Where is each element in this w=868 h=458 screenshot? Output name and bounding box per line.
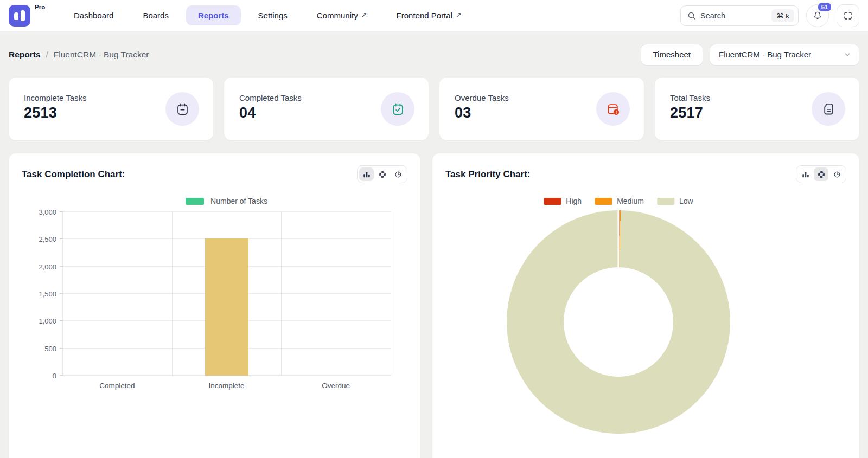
task-priority-chart-card: Task Priority Chart: (432, 153, 859, 458)
breadcrumb-root[interactable]: Reports (9, 50, 41, 60)
nav-item-settings[interactable]: Settings (246, 5, 299, 25)
bar-chart-plot: 05001,0001,5002,0002,5003,000CompletedIn… (62, 212, 391, 376)
legend-item-high[interactable]: High (544, 197, 582, 205)
bar-chart-icon (363, 171, 371, 178)
donut-chart-view-button[interactable] (814, 167, 828, 181)
priority-donut-chart (507, 210, 730, 434)
keyboard-shortcut-chip: ⌘ k (771, 9, 794, 22)
calendar-check-icon (391, 102, 405, 117)
y-axis-label: 2,000 (39, 262, 56, 270)
stat-card-completed-tasks: Completed Tasks 04 (224, 78, 429, 140)
calendar-minus-icon (175, 102, 190, 117)
y-axis-label: 500 (44, 344, 56, 352)
breadcrumb-toolbar-row: Reports / FluentCRM - Bug Tracker Timesh… (0, 31, 868, 78)
nav-item-community[interactable]: Community ↗ (305, 5, 379, 25)
legend-item-medium[interactable]: Medium (595, 197, 644, 205)
board-selector-dropdown[interactable]: FluentCRM - Bug Tracker (710, 44, 859, 66)
x-axis-label: Overdue (322, 382, 350, 390)
donut-hole (564, 267, 673, 377)
slice-divider (618, 210, 620, 268)
stat-card-incomplete-tasks: Incomplete Tasks 2513 (9, 78, 213, 140)
y-axis-label: 0 (53, 372, 56, 380)
y-axis-label: 1,500 (39, 290, 56, 298)
notification-count-badge: 51 (817, 2, 832, 12)
search-input[interactable] (700, 11, 767, 20)
search-icon (687, 11, 696, 20)
external-link-icon: ↗ (456, 11, 462, 19)
legend-swatch (544, 198, 561, 205)
donut-chart-icon (818, 171, 825, 178)
nav-item-reports[interactable]: Reports (186, 5, 241, 25)
gridline-vertical (172, 212, 173, 376)
nav-item-frontend-portal[interactable]: Frontend Portal ↗ (385, 5, 474, 25)
stats-row: Incomplete Tasks 2513 Completed Tasks 04… (9, 78, 859, 140)
legend-label: Low (679, 197, 693, 205)
legend-swatch (595, 198, 612, 205)
search-box[interactable]: ⌘ k (680, 5, 799, 26)
bar-chart-icon (802, 171, 809, 178)
timesheet-button[interactable]: Timesheet (641, 44, 703, 66)
gridline-vertical (281, 212, 282, 376)
pie-chart-icon (833, 171, 841, 178)
pro-badge: Pro (35, 4, 45, 10)
calendar-alert-icon (606, 102, 621, 117)
chart-view-toggle (796, 165, 846, 183)
gridline (62, 211, 391, 212)
legend-label: Medium (617, 197, 644, 205)
fullscreen-button[interactable] (837, 4, 859, 27)
fullscreen-icon (843, 11, 853, 21)
bar-chart-view-button[interactable] (359, 167, 374, 181)
board-selector-value: FluentCRM - Bug Tracker (719, 50, 844, 59)
task-completion-chart-card: Task Completion Chart: (9, 153, 420, 458)
pie-chart-view-button[interactable] (391, 167, 405, 181)
breadcrumb-separator: / (46, 50, 48, 59)
nav-item-boards[interactable]: Boards (131, 5, 181, 25)
legend-swatch[interactable] (186, 198, 204, 205)
breadcrumb-current: FluentCRM - Bug Tracker (54, 50, 149, 60)
pie-chart-view-button[interactable] (829, 167, 844, 181)
y-axis-label: 2,500 (39, 235, 56, 243)
donut-chart-view-button[interactable] (375, 167, 390, 181)
legend-label: High (566, 197, 582, 205)
y-axis-label: 1,000 (39, 317, 56, 325)
top-navbar: Pro Dashboard Boards Reports Settings Co… (0, 0, 868, 31)
chart-title: Task Priority Chart: (445, 169, 531, 180)
chart-view-toggle (357, 165, 407, 183)
donut-chart-legend: HighMediumLow (544, 197, 693, 205)
chart-title: Task Completion Chart: (22, 169, 125, 180)
legend-swatch (657, 198, 674, 205)
nav-item-dashboard[interactable]: Dashboard (62, 5, 125, 25)
brand: Pro (9, 0, 56, 31)
x-axis-label: Completed (99, 382, 135, 390)
app-logo-icon[interactable] (9, 5, 30, 27)
stat-card-total-tasks: Total Tasks 2517 (655, 78, 859, 140)
document-icon (821, 102, 836, 117)
bar-chart-legend: Number of Tasks (62, 197, 391, 205)
y-axis-label: 3,000 (39, 208, 56, 216)
pie-chart-icon (394, 171, 402, 178)
donut-chart-icon (379, 171, 386, 178)
legend-label: Number of Tasks (210, 197, 267, 205)
chevron-down-icon (844, 51, 851, 59)
x-axis-label: Incomplete (208, 382, 244, 390)
gridline-vertical (391, 212, 391, 376)
legend-item-low[interactable]: Low (657, 197, 693, 205)
bar-incomplete[interactable] (205, 238, 248, 376)
bar-chart-view-button[interactable] (798, 167, 813, 181)
gridline-vertical (62, 212, 63, 376)
nav-links: Dashboard Boards Reports Settings Commun… (62, 5, 474, 25)
notifications-button[interactable]: 51 (806, 4, 829, 27)
stat-card-overdue-tasks: Overdue Tasks 03 (439, 78, 644, 140)
external-link-icon: ↗ (361, 11, 367, 19)
